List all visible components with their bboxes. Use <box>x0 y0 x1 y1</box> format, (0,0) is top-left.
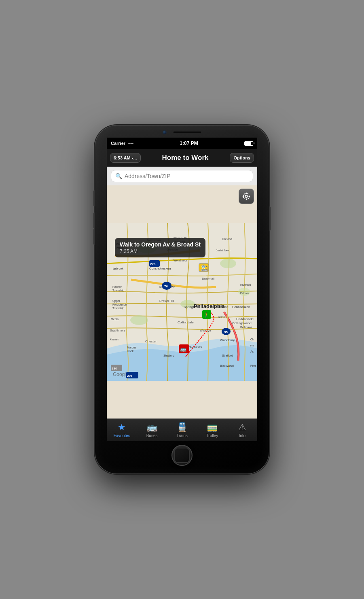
svg-point-69 <box>245 195 248 198</box>
svg-text:295: 295 <box>127 374 133 378</box>
search-input-wrap[interactable]: 🔍 <box>111 170 253 182</box>
search-icon: 🔍 <box>115 173 122 179</box>
svg-text:Collingswood: Collingswood <box>232 321 252 325</box>
callout-title: Walk to Oregon Av & Broad St <box>120 241 201 248</box>
trolley-icon: 🚃 <box>207 422 218 433</box>
favorites-icon: ★ <box>118 422 126 433</box>
tab-favorites-label: Favorites <box>114 433 130 438</box>
svg-text:Stratford: Stratford <box>163 354 174 357</box>
tab-buses[interactable]: 🚌 Buses <box>137 419 167 441</box>
search-input[interactable] <box>125 173 249 179</box>
battery-icon <box>244 141 253 146</box>
carrier-label: Carrier <box>111 141 125 146</box>
callout-time: 7:25 AM <box>120 249 201 254</box>
svg-text:Ch: Ch <box>250 338 254 341</box>
phone-device: Carrier ┈┈ 1:07 PM 6:53 AM -... Home to … <box>95 125 269 474</box>
svg-text:Stratford: Stratford <box>222 354 233 357</box>
svg-point-4 <box>130 315 148 325</box>
map-svg: King of Prussia terbrook Radnor Township… <box>107 185 257 418</box>
nav-time-button[interactable]: 6:53 AM -... <box>110 153 141 163</box>
map-area[interactable]: King of Prussia terbrook Radnor Township… <box>107 185 257 418</box>
app-screen: 6:53 AM -... Home to Work Options 🔍 <box>107 149 257 441</box>
wifi-icon: ┈┈ <box>128 141 133 146</box>
svg-text:Wyndmoor: Wyndmoor <box>174 259 187 262</box>
svg-text:Broomall: Broomall <box>202 277 215 280</box>
svg-text:Conshohocken: Conshohocken <box>149 267 171 270</box>
svg-text:Pine: Pine <box>250 364 256 367</box>
svg-text:nden: nden <box>218 315 225 319</box>
status-time: 1:07 PM <box>180 140 198 146</box>
train-icon: 🚆 <box>177 422 188 433</box>
svg-text:terbrook: terbrook <box>113 267 123 270</box>
svg-text:Palmyra: Palmyra <box>240 292 250 294</box>
svg-text:🚉: 🚉 <box>201 264 208 271</box>
status-bar: Carrier ┈┈ 1:07 PM <box>107 138 257 149</box>
svg-text:130: 130 <box>112 367 117 370</box>
home-button-inner <box>174 448 190 463</box>
nav-title: Home to Work <box>141 154 230 162</box>
tab-buses-label: Buses <box>146 433 158 438</box>
svg-text:Chester: Chester <box>145 340 157 343</box>
svg-text:Drexel Hill: Drexel Hill <box>159 299 174 303</box>
camera <box>163 130 167 134</box>
svg-text:Hill: Hill <box>250 344 254 347</box>
svg-text:Township: Township <box>112 289 124 292</box>
svg-text:🚌: 🚌 <box>180 346 187 353</box>
nav-bar: 6:53 AM -... Home to Work Options <box>107 149 257 167</box>
svg-text:khaven: khaven <box>110 338 119 341</box>
svg-text:95: 95 <box>224 330 228 334</box>
svg-point-70 <box>243 193 250 200</box>
tab-favorites[interactable]: ★ Favorites <box>107 419 137 441</box>
svg-text:Bellmawr: Bellmawr <box>240 326 252 329</box>
svg-text:Media: Media <box>111 318 119 321</box>
svg-text:Riverton: Riverton <box>240 283 251 286</box>
svg-text:Haddonfield: Haddonfield <box>236 317 254 321</box>
svg-text:Collingdale: Collingdale <box>178 321 194 324</box>
svg-text:🚶: 🚶 <box>203 312 210 318</box>
home-button-area <box>95 441 269 474</box>
svg-text:Radnor: Radnor <box>112 285 122 288</box>
svg-text:Township: Township <box>112 307 124 310</box>
tab-info-label: Info <box>239 433 245 438</box>
bus-icon: 🚌 <box>146 422 157 433</box>
svg-text:Oreland: Oreland <box>222 238 232 240</box>
svg-point-2 <box>220 259 236 268</box>
tab-trolley[interactable]: 🚃 Trolley <box>197 419 227 441</box>
svg-text:276: 276 <box>150 262 156 266</box>
tab-trolley-label: Trolley <box>206 433 218 438</box>
map-callout[interactable]: Walk to Oregon Av & Broad St 7:25 AM <box>115 238 205 257</box>
svg-text:Hook: Hook <box>127 350 134 353</box>
svg-text:Woodbury: Woodbury <box>220 338 235 342</box>
tab-trains-label: Trains <box>176 433 187 438</box>
home-button[interactable] <box>171 445 193 466</box>
svg-text:Philadelphia: Philadelphia <box>194 303 225 309</box>
tab-trains[interactable]: 🚆 Trains <box>167 419 197 441</box>
phone-top-bar <box>95 125 269 138</box>
svg-text:Marcus: Marcus <box>127 346 136 349</box>
tab-info[interactable]: ⚠ Info <box>227 419 257 441</box>
svg-text:Pennsauken: Pennsauken <box>232 305 250 309</box>
svg-text:As: As <box>250 350 254 353</box>
speaker <box>173 131 201 134</box>
svg-text:Woodlyn: Woodlyn <box>200 329 211 332</box>
info-icon: ⚠ <box>238 422 246 433</box>
svg-text:Blackwood: Blackwood <box>220 364 234 367</box>
location-button[interactable] <box>239 189 254 204</box>
svg-text:Jenkintown: Jenkintown <box>216 249 230 252</box>
status-right <box>244 141 253 146</box>
svg-text:Providence: Providence <box>112 303 127 306</box>
search-bar: 🔍 <box>107 167 257 185</box>
status-left: Carrier ┈┈ <box>111 141 133 146</box>
nav-options-button[interactable]: Options <box>230 153 254 163</box>
svg-text:Swarthmore: Swarthmore <box>110 329 125 332</box>
svg-text:Upper: Upper <box>112 300 121 303</box>
svg-text:76: 76 <box>164 285 168 288</box>
tab-bar: ★ Favorites 🚌 Buses 🚆 Trains 🚃 Trolley ⚠… <box>107 418 257 441</box>
